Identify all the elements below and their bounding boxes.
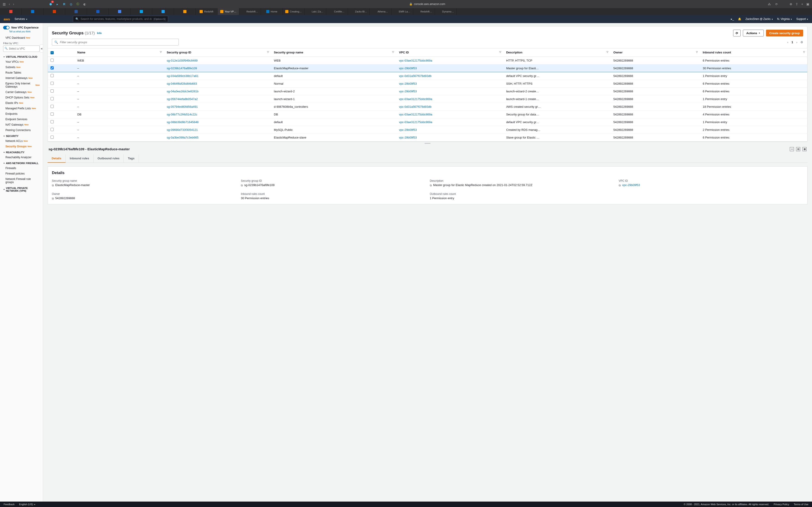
- sidebar-toggle-icon[interactable]: ▥: [3, 2, 6, 6]
- row-checkbox[interactable]: [51, 66, 54, 69]
- back-icon[interactable]: ‹: [9, 2, 10, 6]
- detail-tab[interactable]: Tags: [124, 154, 139, 163]
- cell-sgid[interactable]: sg-08b77c2f4b514c22c: [164, 110, 271, 118]
- column-header[interactable]: Security group name▽: [271, 48, 396, 57]
- cell-vpc[interactable]: vpc-0d31a567f078d93db: [396, 72, 503, 80]
- ext-icon-5[interactable]: Ⓒ: [76, 2, 80, 6]
- table-row[interactable]: DBsg-08b77c2f4b514c22cDBvpc-03ae312175dd…: [48, 110, 807, 118]
- table-row[interactable]: –sg-05794ed80fd56a491d-9067608b9a_contro…: [48, 103, 807, 110]
- feedback-link[interactable]: Feedback: [4, 503, 14, 506]
- region-menu[interactable]: N. Virginia ▼: [777, 17, 792, 20]
- account-menu[interactable]: ZacksShen @ Zacks ▼: [745, 17, 773, 20]
- tabs-icon[interactable]: ▣: [806, 2, 809, 6]
- row-checkbox[interactable]: [51, 135, 54, 139]
- table-row[interactable]: –sg-0a3be399a7c3eb665ElasticMapReduce-sl…: [48, 133, 807, 141]
- cell-sgid[interactable]: sg-0239b1476af8fe109: [164, 64, 271, 72]
- cell-sgid[interactable]: sg-0a3be399a7c3eb665: [164, 133, 271, 141]
- column-header[interactable]: Description▽: [503, 48, 611, 57]
- copy-icon[interactable]: ⧉: [52, 184, 54, 187]
- sidebar-item[interactable]: Network Firewall rule groups: [0, 176, 43, 185]
- detail-value[interactable]: vpc-29b09f53: [622, 183, 640, 187]
- copy-icon[interactable]: ⧉: [430, 184, 432, 187]
- cell-vpc[interactable]: vpc-29b09f53: [396, 64, 503, 72]
- select-all-checkbox[interactable]: −: [51, 51, 54, 54]
- ext-icon-2[interactable]: ▸: [55, 2, 59, 6]
- copy-icon[interactable]: ⧉: [619, 184, 621, 187]
- ext-icon-6[interactable]: ◐: [83, 2, 87, 6]
- actions-button[interactable]: Actions ▼: [743, 30, 764, 37]
- split-handle[interactable]: ═══: [48, 142, 807, 145]
- browser-tab[interactable]: [152, 8, 174, 15]
- cell-sgid[interactable]: sg-05794ed80fd56a491: [164, 103, 271, 110]
- info-link[interactable]: Info: [97, 32, 101, 35]
- table-row[interactable]: –sg-08bb39d9b71645848defaultvpc-03ae3121…: [48, 118, 807, 126]
- sidebar-item[interactable]: Internet Gateways New: [0, 75, 43, 81]
- table-row[interactable]: –sg-056744efa8b0547a2launch-wizard-1vpc-…: [48, 95, 807, 103]
- row-checkbox[interactable]: [51, 128, 54, 131]
- sidebar-collapse-handle[interactable]: ◀: [40, 44, 43, 53]
- support-menu[interactable]: Support ▼: [796, 17, 808, 20]
- row-checkbox[interactable]: [51, 105, 54, 108]
- browser-tab[interactable]: Lab | Za…: [305, 8, 326, 15]
- row-checkbox[interactable]: [51, 59, 54, 62]
- translate-icon[interactable]: ⁂: [768, 2, 771, 6]
- table-row[interactable]: WEBsg-012e1d30f949c8489WEBvpc-03ae312175…: [48, 57, 807, 64]
- cell-sgid[interactable]: sg-056744efa8b0547a2: [164, 95, 271, 103]
- sidebar-item[interactable]: Route Tables: [0, 70, 43, 75]
- sidebar-item[interactable]: Security Groups New: [0, 144, 43, 149]
- copy-icon[interactable]: ⧉: [52, 197, 54, 200]
- row-checkbox[interactable]: [51, 90, 54, 93]
- table-settings-icon[interactable]: ⚙: [801, 41, 803, 44]
- cell-vpc[interactable]: vpc-0d31a567f078d93db: [396, 103, 503, 110]
- view-bottom-icon[interactable]: ▭: [790, 147, 794, 151]
- browser-tab[interactable]: Zacks Bl…: [348, 8, 370, 15]
- ext-icon-1[interactable]: ⬢: [48, 2, 53, 6]
- detail-tab[interactable]: Outbound rules: [94, 154, 124, 163]
- browser-tab[interactable]: [0, 8, 22, 15]
- view-split-icon[interactable]: ▤: [796, 147, 800, 151]
- table-row[interactable]: –sg-09690d733f3054121MySQL-Publicvpc-29b…: [48, 126, 807, 133]
- sidebar-item[interactable]: Endpoints: [0, 111, 43, 117]
- download-icon[interactable]: ⊕: [790, 2, 792, 6]
- cell-sgid[interactable]: sg-09690d733f3054121: [164, 126, 271, 133]
- cell-vpc[interactable]: vpc-29b09f53: [396, 88, 503, 95]
- aws-search-input[interactable]: [81, 17, 152, 20]
- sidebar-item[interactable]: DHCP Options Sets New: [0, 95, 43, 100]
- column-header[interactable]: Inbound rules count▽: [700, 48, 807, 57]
- sidebar-item[interactable]: Egress Only Internet Gateways New: [0, 81, 43, 90]
- browser-tab[interactable]: Redshift: [196, 8, 217, 15]
- vpc-experience-toggle[interactable]: [3, 26, 9, 30]
- browser-tab[interactable]: [87, 8, 109, 15]
- pager-prev[interactable]: ‹: [787, 41, 788, 44]
- new-tab-icon[interactable]: +: [801, 2, 803, 6]
- table-row[interactable]: –sg-0239b1476af8fe109ElasticMapReduce-ma…: [48, 64, 807, 72]
- browser-tab[interactable]: EMR La…: [392, 8, 413, 15]
- sidebar-vpc-dashboard[interactable]: VPC Dashboard New: [0, 35, 43, 41]
- detail-tab[interactable]: Inbound rules: [66, 154, 94, 163]
- browser-tab[interactable]: [174, 8, 196, 15]
- sidebar-item[interactable]: Elastic IPs New: [0, 100, 43, 106]
- browser-tab[interactable]: Redshift…: [239, 8, 261, 15]
- sidebar-section-header[interactable]: ▼ AWS NETWORK FIREWALL: [0, 160, 43, 165]
- cell-vpc[interactable]: vpc-03ae312175ddc869a: [396, 118, 503, 126]
- url-bar[interactable]: 🔒 console.aws.amazon.com: [89, 2, 765, 6]
- refresh-button[interactable]: ⟳: [733, 30, 741, 37]
- row-checkbox[interactable]: [51, 97, 54, 100]
- row-checkbox[interactable]: [51, 74, 54, 77]
- terms-link[interactable]: Terms of Use: [794, 503, 808, 506]
- ext-icon-4[interactable]: ◎: [69, 2, 73, 6]
- share-icon[interactable]: ⇧: [796, 2, 798, 6]
- sidebar-section-header[interactable]: ▼ SECURITY: [0, 133, 43, 138]
- sidebar-item[interactable]: Subnets New: [0, 64, 43, 70]
- language-menu[interactable]: English (US) ▼: [19, 503, 36, 506]
- browser-tab[interactable]: Certifie…: [326, 8, 348, 15]
- cell-vpc[interactable]: vpc-03ae312175ddc869a: [396, 110, 503, 118]
- view-full-icon[interactable]: ▦: [803, 147, 807, 151]
- cell-vpc[interactable]: vpc-03ae312175ddc869a: [396, 57, 503, 64]
- row-checkbox[interactable]: [51, 82, 54, 85]
- sidebar-section-header[interactable]: ▼ VIRTUAL PRIVATE CLOUD: [0, 54, 43, 59]
- sidebar-item[interactable]: Endpoint Services: [0, 117, 43, 122]
- column-header[interactable]: VPC ID▽: [396, 48, 503, 57]
- cell-vpc[interactable]: vpc-29b09f53: [396, 80, 503, 88]
- cell-vpc[interactable]: vpc-29b09f53: [396, 133, 503, 141]
